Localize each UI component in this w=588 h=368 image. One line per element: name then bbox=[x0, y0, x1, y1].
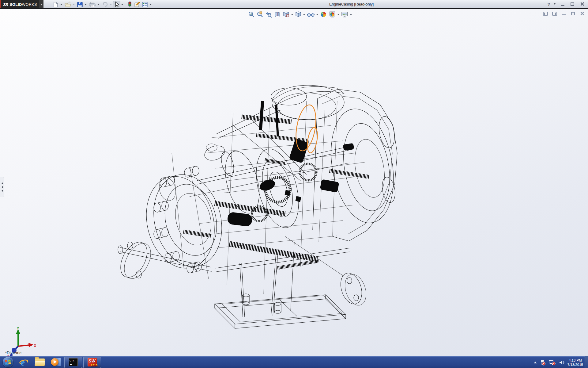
undo-button[interactable] bbox=[100, 1, 109, 8]
new-document-dropdown[interactable] bbox=[60, 4, 62, 5]
base-plate[interactable] bbox=[215, 242, 346, 328]
help-dropdown[interactable] bbox=[554, 3, 556, 5]
select-tool-button[interactable] bbox=[113, 1, 120, 8]
undo-icon bbox=[101, 2, 108, 8]
media-player-icon bbox=[51, 358, 61, 367]
close-icon bbox=[580, 2, 584, 6]
clock-date: 7/13/2015 bbox=[567, 362, 583, 367]
clock-time: 4:13 PM bbox=[567, 358, 583, 362]
triad-x-label: X bbox=[34, 344, 36, 347]
triad-x-arrow bbox=[28, 343, 33, 347]
windows-taskbar: e C:\ SW 2015 bbox=[0, 356, 588, 368]
document-title: EngineCasing [Read-only] bbox=[329, 2, 374, 6]
file-properties-icon bbox=[134, 2, 140, 8]
taskbar-left: e C:\ SW 2015 bbox=[0, 356, 102, 368]
taskbar-clock[interactable]: 4:13 PM 7/13/2015 bbox=[567, 358, 584, 367]
command-prompt-icon: C:\ bbox=[69, 358, 78, 366]
solidworks-logo[interactable]: 3S SOLIDWORKS bbox=[0, 0, 39, 9]
options-checklist-icon bbox=[142, 2, 148, 8]
app-window-controls: ? bbox=[547, 1, 586, 7]
graphics-viewport[interactable]: Y X Z *Dimetric bbox=[0, 9, 588, 356]
new-document-button[interactable] bbox=[51, 1, 59, 8]
app-restore-button[interactable] bbox=[568, 1, 576, 7]
new-document-icon bbox=[52, 2, 58, 8]
action-center-flag-icon[interactable] bbox=[540, 359, 546, 366]
save-icon bbox=[77, 2, 83, 8]
open-document-icon bbox=[64, 2, 71, 8]
print-button[interactable] bbox=[88, 1, 96, 8]
open-document-dropdown[interactable] bbox=[73, 4, 75, 5]
help-icon[interactable]: ? bbox=[547, 2, 551, 7]
brand-name-bold: SOLID bbox=[9, 2, 22, 7]
start-button[interactable] bbox=[0, 356, 16, 368]
app-close-button[interactable] bbox=[578, 1, 586, 7]
logo-accent-stripe bbox=[0, 0, 1, 9]
flyout-arrow-icon bbox=[41, 3, 42, 6]
brand-name-light: WORKS bbox=[22, 2, 37, 7]
taskbar-command-prompt[interactable]: C:\ bbox=[64, 357, 82, 368]
springs-and-threaded-shafts[interactable] bbox=[183, 117, 369, 268]
left-flange[interactable] bbox=[137, 143, 231, 276]
bell-housing[interactable] bbox=[313, 89, 402, 241]
windows-start-orb-icon bbox=[3, 357, 13, 367]
model-wireframe-engine-casing[interactable] bbox=[0, 9, 588, 356]
save-button[interactable] bbox=[76, 1, 84, 8]
options-button[interactable] bbox=[141, 1, 149, 8]
tie-rod-and-left-bracket[interactable] bbox=[115, 238, 212, 283]
volume-icon[interactable] bbox=[559, 359, 565, 366]
triad-y-label: Y bbox=[17, 327, 19, 330]
rebuild-button[interactable] bbox=[127, 1, 133, 8]
file-properties-button[interactable] bbox=[133, 1, 141, 8]
menu-flyout-button[interactable] bbox=[39, 0, 43, 9]
upper-housing[interactable] bbox=[216, 85, 344, 138]
solidworks-2015-icon: SW 2015 bbox=[88, 358, 97, 366]
options-dropdown[interactable] bbox=[150, 4, 152, 5]
taskbar-internet-explorer[interactable]: e bbox=[16, 356, 32, 368]
select-tool-dropdown[interactable] bbox=[121, 4, 123, 5]
folder-icon bbox=[35, 358, 45, 366]
undo-dropdown[interactable] bbox=[110, 4, 112, 5]
right-bracket[interactable] bbox=[285, 236, 370, 308]
traffic-light-icon bbox=[128, 2, 132, 8]
main-toolbar bbox=[51, 0, 153, 9]
view-orientation-label: *Dimetric bbox=[5, 351, 21, 355]
restore-icon bbox=[571, 2, 574, 6]
taskbar-solidworks-2015[interactable]: SW 2015 bbox=[83, 357, 101, 368]
minimize-icon bbox=[561, 5, 564, 6]
system-tray: 4:13 PM 7/13/2015 bbox=[534, 356, 584, 368]
show-hidden-icons-button[interactable] bbox=[534, 362, 537, 363]
print-dropdown[interactable] bbox=[97, 4, 99, 5]
app-minimize-button[interactable] bbox=[559, 1, 567, 7]
brand-name: SOLIDWORKS bbox=[9, 2, 37, 7]
dassault-3ds-mark: 3S bbox=[3, 2, 8, 7]
title-bar: 3S SOLIDWORKS bbox=[0, 0, 588, 8]
print-icon bbox=[89, 2, 96, 8]
taskbar-windows-explorer[interactable] bbox=[32, 356, 48, 368]
save-dropdown[interactable] bbox=[85, 4, 87, 5]
taskbar-media-player[interactable] bbox=[48, 356, 64, 368]
internet-explorer-icon: e bbox=[19, 358, 28, 367]
solidworks-app-window: 3S SOLIDWORKS bbox=[0, 0, 588, 368]
show-desktop-button[interactable] bbox=[585, 356, 588, 368]
select-cursor-icon bbox=[114, 2, 119, 8]
open-document-button[interactable] bbox=[63, 1, 72, 8]
network-status-error-icon[interactable] bbox=[548, 359, 556, 366]
